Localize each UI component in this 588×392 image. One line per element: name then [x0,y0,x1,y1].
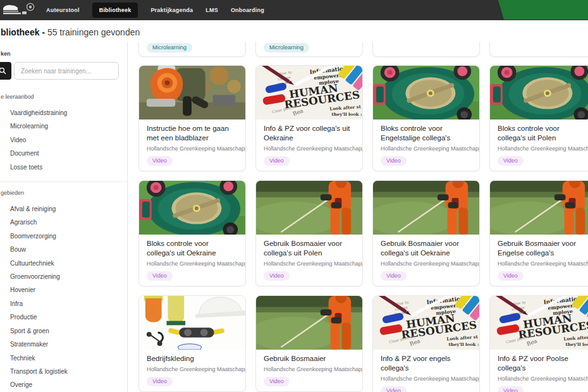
sidebar-filter-overige[interactable]: Overige [0,378,127,391]
bosmaaier-thumbnail [373,181,479,235]
bosmaaier-thumbnail [256,296,362,350]
training-title: Bloks controle voor Engelstalige collega… [381,124,472,143]
training-card-info-pz-voor-poolse-collega-s[interactable]: How tochoosethe best Information empower… [489,295,588,392]
training-card-body: Gebruik Bosmaaier Hollandsche Greenkeepi… [256,350,362,391]
training-card-gebruik-bosmaaier-voor-collega-s-uit-oekraine[interactable]: Gebruik Bosmaaier voor collega's uit Oek… [372,180,480,286]
training-organization: Hollandsche Greenkeeping Maatschappij [147,260,238,267]
training-type-badge: Microlearning [264,43,309,52]
training-card-bloks-controle-voor-collega-s-uit-oekraine[interactable]: Bloks controle voor collega's uit Oekrai… [138,180,246,286]
training-title: Gebruik Bosmaaier voor collega's uit Oek… [381,239,472,258]
company-logo[interactable] [1,2,38,21]
training-card-gebruik-bosmaaier[interactable]: Gebruik Bosmaaier Hollandsche Greenkeepi… [255,295,363,392]
training-title: Bloks controle voor collega's uit Polen [498,124,588,143]
sidebar-filter-agrarisch[interactable]: Agrarisch [0,216,127,229]
sidebar-filter-boomverzorging[interactable]: Boomverzorging [0,230,127,243]
sidebar-section-heading: gebieden [1,190,127,196]
training-title: Gebruik Bosmaaier voor Engelse collega's [498,239,588,258]
training-organization: Hollandsche Greenkeeping Maatschappij [498,145,588,152]
sidebar-filter-productie[interactable]: Productie [0,310,127,324]
results-count-text: 55 trainingen gevonden [45,27,140,37]
hr-thumbnail: How tochoosethe best Information empower… [373,296,479,350]
sidebar-filter-list: VaardigheidstrainingMicrolearningVideoDo… [0,106,127,174]
training-organization: Hollandsche Greenkeeping Maatschappij [498,375,588,383]
training-type-badge: Video [264,271,290,281]
sidebar-sections: e leeraanbodVaardigheidstrainingMicrolea… [0,94,127,392]
nav-tab-bibliotheek[interactable]: Bibliotheek [92,3,138,18]
sidebar-filter-microlearning[interactable]: Microlearning [0,119,127,133]
search-icon [0,67,6,75]
mower-thumbnail [490,66,588,119]
training-card-gebruik-bosmaaier-voor-collega-s-uit-polen[interactable]: Gebruik Bosmaaier voor collega's uit Pol… [255,180,363,286]
training-type-badge: Video [147,377,173,386]
training-card-body: Bloks controle voor collega's uit Polen … [490,119,588,171]
training-type-badge: Video [147,156,173,166]
training-card-body: Info & PZ voor engels collega's Hollands… [373,350,479,392]
svg-text:they'll look :: they'll look : [449,342,479,347]
sidebar-filter-groenvoorziening[interactable]: Groenvoorziening [0,270,127,283]
training-card-body: Gebruik Bosmaaier voor Engelse collega's… [490,235,588,286]
training-type-badge: Video [147,271,173,281]
search-section-heading: ken [1,51,127,57]
training-type-badge: Video [381,156,407,166]
ppe-thumbnail [139,296,245,350]
training-card-body: Info & PZ voor collega's uit Oekraine Ho… [256,119,362,171]
sidebar-filter-losse-toets[interactable]: Losse toets [0,161,127,174]
search-input[interactable] [14,62,119,80]
training-type-badge: Video [264,377,290,386]
search-button[interactable] [0,62,11,80]
training-card-bedrijfskleding[interactable]: Bedrijfskleding Hollandsche Greenkeeping… [138,295,246,392]
sidebar-filter-bouw[interactable]: Bouw [0,243,127,256]
nav-tab-auteurstool[interactable]: Auteurstool [46,7,80,13]
training-card-bloks-controle-voor-engelstalige-collega-s[interactable]: Bloks controle voor Engelstalige collega… [372,65,480,171]
sidebar-filter-afval-reiniging[interactable]: Afval & reiniging [0,202,127,216]
page-header: bliotheek - 55 trainingen gevonden [0,20,588,42]
nav-tab-praktijkagenda[interactable]: Praktijkagenda [150,7,193,13]
sidebar-filter-techniek[interactable]: Techniek [0,352,127,365]
sidebar-filter-hovenier[interactable]: Hovenier [0,283,127,297]
training-organization: Hollandsche Greenkeeping Maatschappij [147,365,238,373]
training-type-badge: Video [381,386,407,392]
training-title: Info & PZ voor engels collega's [381,354,472,373]
training-organization: Hollandsche Greenkeeping Maatschappij [381,260,472,267]
training-organization: Hollandsche Greenkeeping Maatschappij [147,145,238,152]
training-organization: Hollandsche Greenkeeping Maatschappij [264,145,355,152]
training-card-body: Instructie hoe om te gaan met een bladbl… [139,119,245,171]
training-type-badge: Video [498,271,524,281]
nav-tab-lms[interactable]: LMS [205,7,218,13]
training-title: Info & PZ voor collega's uit Oekraine [264,124,355,143]
sidebar-filter-stratenmaker[interactable]: Stratenmaker [0,338,127,351]
bosmaaier-thumbnail [490,181,588,235]
nav-tabs: AuteurstoolBibliotheekPraktijkagendaLMSO… [46,0,264,20]
bladblazer-thumbnail [139,66,245,119]
training-card-body: Bedrijfskleding Hollandsche Greenkeeping… [139,350,245,391]
training-type-badge: Video [381,271,407,281]
training-card-body: Gebruik Bosmaaier voor collega's uit Pol… [256,235,362,286]
nav-tab-onboarding[interactable]: Onboarding [231,7,264,13]
filter-sidebar: ken e leeraanbodVaardigheidstrainingMicr… [0,42,128,392]
training-card-body: Gebruik Bosmaaier voor collega's uit Oek… [373,235,479,286]
sidebar-filter-transport-logistiek[interactable]: Transport & logistiek [0,365,127,378]
mower-thumbnail [139,181,245,235]
training-card-info-pz-voor-engels-collega-s[interactable]: How tochoosethe best Information empower… [372,295,480,392]
hr-thumbnail: How tochoosethe best Information empower… [256,66,362,119]
hr-thumbnail: How tochoosethe best Information empower… [490,296,588,350]
sidebar-filter-sport-groen[interactable]: Sport & groen [0,324,127,338]
training-card-instructie-hoe-om-te-gaan-met-een-bladblazer[interactable]: Instructie hoe om te gaan met een bladbl… [138,65,246,171]
sidebar-section-heading: e leeraanbod [1,94,127,100]
training-card-bloks-controle-voor-collega-s-uit-polen[interactable]: Bloks controle voor collega's uit Polen … [489,65,588,171]
sidebar-filter-document[interactable]: Document [0,147,127,160]
training-organization: Hollandsche Greenkeeping Maatschappij [381,375,472,383]
sidebar-filter-vaardigheidstraining[interactable]: Vaardigheidstraining [0,106,127,119]
training-type-badge: Microlearning [147,43,192,52]
bosmaaier-thumbnail [256,181,362,235]
training-card-gebruik-bosmaaier-voor-engelse-collega-s[interactable]: Gebruik Bosmaaier voor Engelse collega's… [489,180,588,286]
training-card-body: Info & PZ voor Poolse collega's Hollands… [490,350,588,392]
sidebar-filter-cultuurtechniek[interactable]: Cultuurtechniek [0,257,127,270]
training-title: Gebruik Bosmaaier [264,354,355,364]
training-type-badge: Video [498,156,524,166]
training-organization: Hollandsche Greenkeeping Maatschappij [264,260,355,267]
training-organization: Hollandsche Greenkeeping Maatschappij [264,365,355,373]
training-card-info-pz-voor-collega-s-uit-oekraine[interactable]: How tochoosethe best Information empower… [255,65,363,171]
sidebar-filter-infra[interactable]: Infra [0,297,127,310]
sidebar-filter-video[interactable]: Video [0,133,127,147]
